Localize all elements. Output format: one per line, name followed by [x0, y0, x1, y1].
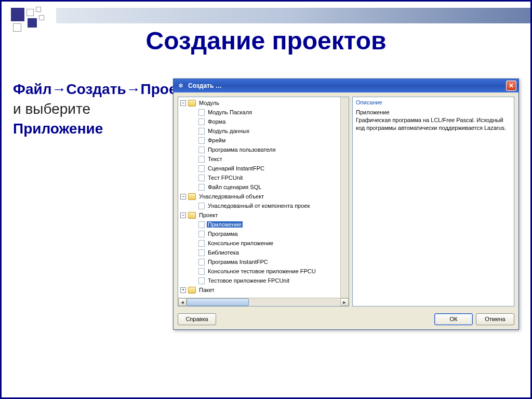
- tree-item[interactable]: Унаследованный от компонента проек: [191, 201, 340, 210]
- file-icon: [198, 240, 205, 247]
- tree-item[interactable]: Тест FPCUnit: [191, 173, 340, 182]
- tree-item[interactable]: Форма: [191, 117, 340, 126]
- close-icon: ✕: [509, 82, 514, 89]
- tree-item[interactable]: Сценарий InstantFPC: [191, 164, 340, 173]
- file-icon: [198, 137, 205, 144]
- tree-item-label[interactable]: Программа InstantFPC: [207, 259, 269, 265]
- tree-item-label[interactable]: Приложение: [207, 221, 243, 228]
- tree-item[interactable]: Приложение: [191, 220, 340, 229]
- tree-panel: −МодульМодуль ПаскаляФормаМодуль данныхФ…: [178, 97, 349, 307]
- tree-scroll[interactable]: −МодульМодуль ПаскаляФормаМодуль данныхФ…: [178, 97, 340, 298]
- tree-item[interactable]: Программа пользователя: [191, 145, 340, 154]
- instruction-conj: и выберите: [13, 101, 90, 117]
- tree-item-label[interactable]: Унаследованный от компонента проек: [207, 203, 311, 209]
- collapse-toggle[interactable]: −: [180, 100, 186, 106]
- tree-item-label[interactable]: Модуль: [198, 100, 220, 106]
- tree-item-label[interactable]: Пакет: [198, 287, 216, 293]
- description-panel: Описание Приложение Графическая программ…: [352, 97, 514, 307]
- folder-icon: [188, 100, 196, 107]
- tree-item-label[interactable]: Программа пользователя: [207, 147, 276, 153]
- collapse-toggle[interactable]: −: [180, 194, 186, 200]
- file-icon: [198, 128, 205, 135]
- cancel-button[interactable]: Отмена: [476, 313, 514, 325]
- close-button[interactable]: ✕: [506, 81, 516, 91]
- file-icon: [198, 268, 205, 275]
- instruction-path: Файл→Создать→Проект: [13, 81, 191, 97]
- vertical-scrollbar[interactable]: [340, 97, 349, 298]
- file-icon: [198, 184, 205, 191]
- tree-item-label[interactable]: Проект: [198, 212, 219, 218]
- tree-item-label[interactable]: Программа: [207, 231, 239, 237]
- file-icon: [198, 156, 205, 163]
- tree-folder[interactable]: +Пакет: [180, 285, 340, 295]
- slide-title: Создание проектов: [2, 26, 530, 55]
- file-icon: [198, 203, 205, 209]
- dialog-button-row: Справка ОК Отмена: [174, 309, 518, 329]
- tree-item-label[interactable]: Модуль данных: [207, 128, 250, 134]
- instruction-text: Файл→Создать→Проект и выберите Приложени…: [13, 79, 169, 138]
- tree-item[interactable]: Модуль данных: [191, 126, 340, 136]
- tree-item-label[interactable]: Тест FPCUnit: [207, 175, 244, 181]
- tree-folder[interactable]: −Унаследованный объект: [180, 192, 340, 201]
- tree-item-label[interactable]: Консольное тестовое приложение FPCU: [207, 268, 317, 274]
- app-icon: ❄: [177, 82, 185, 90]
- tree-folder[interactable]: −Модуль: [180, 98, 340, 108]
- dialog-title: Создать …: [188, 82, 506, 89]
- file-icon: [198, 109, 205, 116]
- tree-item[interactable]: Модуль Паскаля: [191, 108, 340, 117]
- tree-item-label[interactable]: Фрейм: [207, 137, 227, 143]
- file-icon: [198, 175, 205, 181]
- instruction-target: Приложение: [13, 121, 103, 137]
- scroll-left-button[interactable]: ◄: [178, 298, 187, 306]
- tree-item[interactable]: Файл сценария SQL: [191, 182, 340, 192]
- tree-folder[interactable]: −Проект: [180, 210, 340, 220]
- tree-item[interactable]: Текст: [191, 154, 340, 164]
- file-icon: [198, 118, 205, 125]
- folder-icon: [188, 287, 196, 294]
- file-icon: [198, 231, 205, 237]
- tree-item-label[interactable]: Сценарий InstantFPC: [207, 165, 265, 171]
- tree-item[interactable]: Консольное приложение: [191, 238, 340, 248]
- header-stripe: [56, 8, 530, 23]
- tree-item-label[interactable]: Унаследованный объект: [198, 193, 265, 200]
- file-icon: [198, 259, 205, 265]
- hscroll-thumb[interactable]: [187, 298, 249, 306]
- tree-item[interactable]: Программа: [191, 229, 340, 238]
- folder-icon: [188, 193, 196, 200]
- tree-item[interactable]: Библиотека: [191, 248, 340, 257]
- description-body: Приложение Графическая программа на LCL/…: [356, 109, 511, 132]
- tree-item-label[interactable]: Текст: [207, 156, 223, 162]
- tree-item-label[interactable]: Модуль Паскаля: [207, 109, 253, 115]
- ok-button[interactable]: ОК: [434, 313, 473, 325]
- description-header: Описание: [356, 99, 511, 105]
- tree-item[interactable]: Консольное тестовое приложение FPCU: [191, 267, 340, 276]
- file-icon: [198, 147, 205, 153]
- expand-toggle[interactable]: +: [180, 287, 186, 293]
- tree-item-label[interactable]: Консольное приложение: [207, 240, 274, 246]
- tree-item-label[interactable]: Библиотека: [207, 249, 240, 256]
- create-dialog: ❄ Создать … ✕ −МодульМодуль ПаскаляФорма…: [173, 78, 519, 330]
- file-icon: [198, 221, 205, 228]
- horizontal-scrollbar[interactable]: ◄ ►: [178, 298, 349, 306]
- tree-item-label[interactable]: Форма: [207, 118, 227, 125]
- file-icon: [198, 277, 205, 284]
- collapse-toggle[interactable]: −: [180, 212, 186, 218]
- tree-item[interactable]: Программа InstantFPC: [191, 257, 340, 267]
- folder-icon: [188, 212, 196, 219]
- tree-item[interactable]: Фрейм: [191, 136, 340, 145]
- file-icon: [198, 249, 205, 256]
- help-button[interactable]: Справка: [178, 313, 216, 325]
- scroll-right-button[interactable]: ►: [340, 298, 349, 306]
- tree-item-label[interactable]: Файл сценария SQL: [207, 184, 262, 190]
- dialog-titlebar[interactable]: ❄ Создать … ✕: [174, 79, 518, 92]
- tree-item-label[interactable]: Тестовое приложение FPCUnit: [207, 277, 290, 284]
- file-icon: [198, 165, 205, 172]
- tree-item[interactable]: Тестовое приложение FPCUnit: [191, 276, 340, 285]
